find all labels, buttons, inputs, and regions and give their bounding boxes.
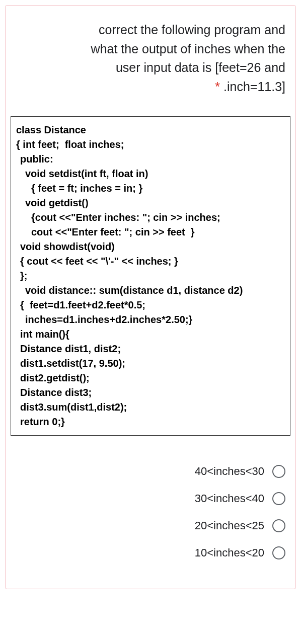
question-line-4: .inch=11.3] <box>223 79 285 94</box>
question-card: correct the following program and what t… <box>5 5 296 589</box>
code-line: return 0;} <box>16 415 285 429</box>
code-line: inches=d1.inches+d2.inches*2.50;} <box>16 312 285 327</box>
code-line: dist3.sum(dist1,dist2); <box>16 400 285 415</box>
code-line: void distance:: sum(distance d1, distanc… <box>16 283 285 298</box>
code-block: class Distance { int feet; float inches;… <box>11 116 290 436</box>
code-line: void setdist(int ft, float in) <box>16 167 285 181</box>
code-line: { cout << feet << "\'-" << inches; } <box>16 254 285 269</box>
code-line: void getdist() <box>16 196 285 210</box>
code-line: { feet = ft; inches = in; } <box>16 181 285 196</box>
option-4-label: 10<inches<20 <box>195 546 264 559</box>
radio-icon[interactable] <box>272 519 285 532</box>
code-line: Distance dist1, dist2; <box>16 342 285 356</box>
code-line: { int feet; float inches; <box>16 137 285 152</box>
question-line-3: user input data is [feet=26 and <box>116 60 285 74</box>
radio-icon[interactable] <box>272 465 285 478</box>
option-3[interactable]: 20<inches<25 <box>16 519 285 532</box>
option-2[interactable]: 30<inches<40 <box>16 492 285 505</box>
option-2-label: 30<inches<40 <box>195 492 264 505</box>
option-1[interactable]: 40<inches<30 <box>16 465 285 478</box>
option-3-label: 20<inches<25 <box>195 519 264 532</box>
code-line: public: <box>16 152 285 167</box>
code-line: void showdist(void) <box>16 239 285 254</box>
code-line: Distance dist3; <box>16 385 285 400</box>
code-line: dist2.getdist(); <box>16 371 285 385</box>
code-line: }; <box>16 269 285 283</box>
question-text: correct the following program and what t… <box>16 21 285 96</box>
question-line-1: correct the following program and <box>99 23 285 37</box>
code-line: { feet=d1.feet+d2.feet*0.5; <box>16 298 285 312</box>
code-line: cout <<"Enter feet: "; cin >> feet } <box>16 225 285 239</box>
options-group: 40<inches<30 30<inches<40 20<inches<25 1… <box>6 446 295 589</box>
code-line: dist1.setdist(17, 9.50); <box>16 356 285 371</box>
code-line: class Distance <box>16 123 285 137</box>
required-asterisk: * <box>215 79 220 94</box>
radio-icon[interactable] <box>272 492 285 505</box>
option-4[interactable]: 10<inches<20 <box>16 546 285 559</box>
option-1-label: 40<inches<30 <box>195 465 264 478</box>
code-line: {cout <<"Enter inches: "; cin >> inches; <box>16 210 285 225</box>
question-line-2: what the output of inches when the <box>91 42 285 56</box>
radio-icon[interactable] <box>272 546 285 559</box>
question-text-section: correct the following program and what t… <box>6 6 295 106</box>
code-line: int main(){ <box>16 327 285 342</box>
